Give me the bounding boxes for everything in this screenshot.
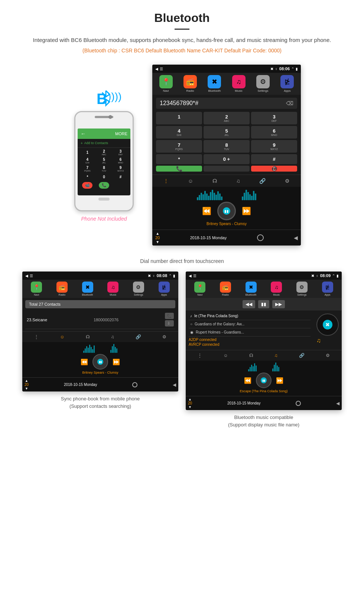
- expand-icon-3[interactable]: ⌃: [332, 274, 335, 278]
- phone-key-4[interactable]: 4GHI: [82, 157, 92, 164]
- navi-icon-right[interactable]: 📍: [194, 282, 205, 293]
- app-music[interactable]: ♫ Music: [232, 75, 246, 92]
- tab-dial-right[interactable]: ⋮: [196, 352, 204, 359]
- bluetooth-icon[interactable]: ✖: [208, 75, 221, 88]
- tab-recent-right[interactable]: ☊: [248, 352, 255, 359]
- phone-key-5[interactable]: 5JKL: [99, 157, 109, 164]
- back-icon-3[interactable]: ◀: [189, 274, 192, 278]
- next-pl-btn[interactable]: ▶▶: [272, 300, 285, 308]
- phone-key-2[interactable]: 2ABC: [99, 149, 109, 156]
- music-icon-left[interactable]: ♫: [107, 282, 118, 293]
- next-left[interactable]: ⏩: [113, 358, 120, 365]
- playlist-item-3[interactable]: ◉ Rupert Holmes - Guardians...: [189, 328, 311, 337]
- tab-recent-left[interactable]: ☊: [84, 334, 91, 340]
- settings-icon-left[interactable]: ⚙: [133, 282, 144, 293]
- expand-icon[interactable]: ⌃: [291, 67, 294, 71]
- dp-key-7[interactable]: 7PQRS: [156, 140, 202, 153]
- back-btn-left[interactable]: ◀: [173, 382, 176, 387]
- nav-up-right[interactable]: ▲: [188, 397, 192, 401]
- dp-key-4[interactable]: 4GHI: [156, 126, 202, 139]
- dp-key-1[interactable]: 1: [156, 112, 202, 124]
- phone-more-btn[interactable]: MORE: [115, 131, 127, 136]
- settings-icon-right[interactable]: ⚙: [296, 282, 308, 293]
- contact-save-btn-1[interactable]: ⇩: [165, 320, 174, 326]
- home-btn-right[interactable]: [296, 401, 301, 406]
- phone-call-btn[interactable]: 📞: [99, 182, 109, 189]
- bt-icon-right[interactable]: ✖: [246, 282, 257, 293]
- navi-icon[interactable]: 📍: [159, 75, 173, 88]
- nav-down-right[interactable]: ▼: [188, 405, 192, 409]
- app-bt-left[interactable]: ✖ Bluetooth: [82, 282, 93, 296]
- phone-key-7[interactable]: 7PQRS: [82, 166, 92, 172]
- app-settings-right[interactable]: ⚙ Settings: [296, 282, 308, 296]
- tab-link-left[interactable]: 🔗: [134, 334, 143, 340]
- tab-contacts-icon[interactable]: ☺: [186, 177, 195, 185]
- tab-contacts-right[interactable]: ☺: [222, 352, 229, 359]
- tab-settings-right[interactable]: ⚙: [324, 352, 331, 359]
- tab-dial-left[interactable]: ⋮: [33, 334, 40, 340]
- phone-add-contact[interactable]: + Add to Contacts: [78, 139, 130, 148]
- dp-call-btn[interactable]: 📞: [156, 166, 202, 172]
- expand-icon-2[interactable]: ⌃: [169, 274, 172, 278]
- app-bluetooth[interactable]: ✖ Bluetooth: [208, 75, 221, 92]
- app-settings[interactable]: ⚙ Settings: [256, 75, 270, 92]
- dp-key-6[interactable]: 6MNO: [251, 126, 297, 139]
- nav-up-left[interactable]: ▲: [25, 379, 28, 383]
- phone-key-hash[interactable]: #: [116, 174, 126, 181]
- dp-key-3[interactable]: 3DEF: [251, 112, 297, 124]
- dial-delete-btn[interactable]: ⌫: [286, 100, 293, 106]
- dp-key-5[interactable]: 5JKL: [204, 126, 250, 139]
- app-navi-right[interactable]: 📍 Navi: [194, 282, 205, 296]
- radio-icon-left[interactable]: 📻: [56, 282, 68, 293]
- phone-key-star[interactable]: *: [82, 174, 92, 181]
- phone-key-9[interactable]: 9WXYZ: [116, 166, 126, 172]
- dp-key-hash[interactable]: #: [251, 154, 297, 164]
- music-icon-right[interactable]: ♫: [271, 282, 282, 293]
- tab-recent-icon[interactable]: ☊: [210, 177, 219, 185]
- play-pause-right[interactable]: ▮▮: [261, 377, 267, 383]
- contact-call-btn-1[interactable]: 📞: [165, 313, 174, 319]
- prev-right[interactable]: ⏪: [244, 377, 251, 384]
- prev-left[interactable]: ⏪: [81, 358, 88, 365]
- tab-link-right[interactable]: 🔗: [298, 352, 306, 359]
- back-icon[interactable]: ◀: [155, 67, 158, 71]
- tab-settings-icon[interactable]: ⚙: [283, 177, 292, 185]
- app-settings-left[interactable]: ⚙ Settings: [133, 282, 144, 296]
- playlist-item-1[interactable]: ♪ Ie (The Pina Colada Song): [189, 312, 311, 320]
- app-apps-right[interactable]: ⋭ Apps: [322, 282, 333, 296]
- phone-key-8[interactable]: 8TUV: [99, 166, 109, 172]
- play-pl-btn[interactable]: ▮▮: [258, 300, 269, 308]
- dp-key-2[interactable]: 2ABC: [204, 112, 250, 124]
- settings-icon[interactable]: ⚙: [256, 75, 270, 88]
- tab-music-icon[interactable]: ♫: [234, 177, 243, 185]
- app-radio[interactable]: 📻 Radio: [183, 75, 197, 92]
- music-icon[interactable]: ♫: [232, 75, 246, 88]
- home-btn-left[interactable]: [132, 382, 137, 387]
- phone-back-arrow[interactable]: ←: [81, 131, 86, 137]
- dp-key-0[interactable]: 0 +: [204, 154, 250, 164]
- nav-down-btn[interactable]: ▼: [156, 240, 159, 244]
- back-triangle-btn[interactable]: ◀: [294, 235, 298, 241]
- apps-icon-left[interactable]: ⋭: [159, 282, 170, 293]
- radio-icon[interactable]: 📻: [183, 75, 197, 88]
- phone-key-3[interactable]: 3DEF: [116, 149, 126, 156]
- tab-contacts-left[interactable]: ☺: [58, 334, 66, 340]
- back-icon-2[interactable]: ◀: [25, 274, 28, 278]
- navi-icon-left[interactable]: 📍: [31, 282, 42, 293]
- tab-dial-icon[interactable]: ⋮: [161, 177, 171, 185]
- home-circle-btn[interactable]: [257, 234, 264, 241]
- prev-track-btn[interactable]: ⏪: [202, 207, 211, 215]
- app-radio-right[interactable]: 📻 Radio: [220, 282, 231, 296]
- radio-icon-right[interactable]: 📻: [220, 282, 231, 293]
- contacts-search-bar[interactable]: Total 27 Contacts: [25, 300, 175, 308]
- phone-key-6[interactable]: 6MNO: [116, 157, 126, 164]
- app-apps[interactable]: ⋭ Apps: [280, 75, 294, 92]
- play-pause-left[interactable]: ▮▮: [97, 359, 103, 365]
- app-navi-left[interactable]: 📍 Navi: [31, 282, 42, 296]
- tab-settings-left[interactable]: ⚙: [161, 334, 168, 340]
- prev-pl-btn[interactable]: ◀◀: [243, 300, 255, 308]
- nav-up-btn[interactable]: ▲: [156, 231, 159, 235]
- dp-key-9[interactable]: 9WXYZ: [251, 140, 297, 153]
- phone-home-button[interactable]: [98, 198, 110, 201]
- playlist-item-2[interactable]: ○ Guardians of the Galaxy: Aw...: [189, 320, 311, 328]
